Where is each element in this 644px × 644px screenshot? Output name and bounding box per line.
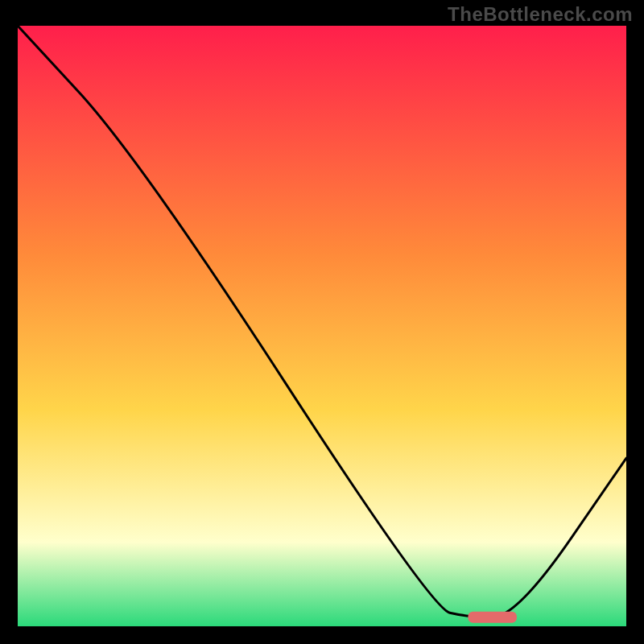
chart-container: TheBottleneck.com bbox=[0, 0, 644, 644]
gradient-background bbox=[18, 26, 626, 626]
plot-area bbox=[18, 26, 626, 626]
chart-svg bbox=[18, 26, 626, 626]
optimal-range-marker bbox=[468, 612, 516, 623]
watermark-text: TheBottleneck.com bbox=[448, 3, 633, 26]
